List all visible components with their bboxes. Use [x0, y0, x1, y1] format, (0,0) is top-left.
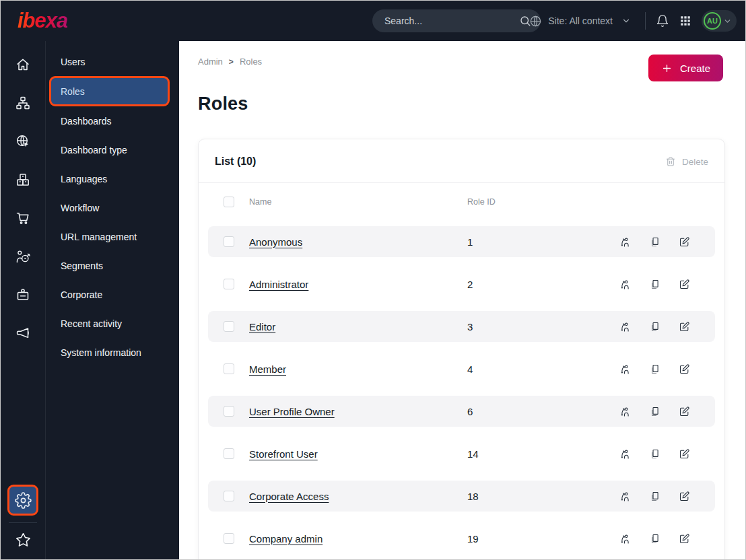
copy-icon[interactable] — [649, 363, 660, 375]
copy-icon[interactable] — [649, 448, 660, 460]
assign-users-icon[interactable] — [619, 406, 631, 417]
nav-rail-item-product-catalog[interactable] — [8, 168, 38, 190]
role-name-link[interactable]: Company admin — [249, 533, 323, 545]
edit-icon[interactable] — [679, 533, 690, 545]
sidebar-item-segments[interactable]: Segments — [46, 251, 179, 280]
role-name-link[interactable]: User Profile Owner — [249, 406, 335, 417]
breadcrumb-separator: > — [229, 57, 234, 67]
chevron-down-icon — [621, 16, 631, 26]
row-checkbox[interactable] — [224, 363, 234, 374]
chevron-down-icon — [723, 17, 732, 26]
row-checkbox[interactable] — [224, 448, 234, 459]
admin-sidebar-menu: UsersRolesDashboardsDashboard typeLangua… — [46, 41, 179, 559]
role-id-cell: 18 — [467, 491, 619, 502]
notifications-bell-icon[interactable] — [656, 14, 669, 28]
assign-users-icon[interactable] — [619, 363, 631, 375]
edit-icon[interactable] — [679, 491, 690, 502]
delete-button[interactable]: Delete — [665, 156, 708, 167]
assign-users-icon[interactable] — [619, 321, 631, 332]
avatar: AU — [704, 12, 721, 30]
row-checkbox[interactable] — [224, 279, 234, 289]
row-checkbox[interactable] — [224, 533, 234, 544]
edit-icon[interactable] — [679, 279, 690, 290]
assign-users-icon[interactable] — [619, 279, 631, 290]
global-search[interactable] — [372, 9, 541, 32]
search-input[interactable] — [384, 15, 519, 26]
rail-divider — [9, 522, 37, 523]
copy-icon[interactable] — [649, 491, 660, 502]
assign-users-icon[interactable] — [619, 533, 631, 545]
assign-users-icon[interactable] — [619, 448, 631, 460]
nav-rail-bottom — [7, 485, 38, 559]
copy-icon[interactable] — [649, 236, 660, 248]
role-name-link[interactable]: Storefront User — [249, 448, 318, 460]
role-id-cell: 1 — [467, 236, 619, 248]
nav-rail-item-personalization[interactable] — [8, 245, 38, 267]
sidebar-item-users[interactable]: Users — [46, 47, 179, 76]
create-button[interactable]: Create — [648, 55, 723, 81]
row-actions — [619, 406, 690, 417]
sidebar-item-workflow[interactable]: Workflow — [46, 193, 179, 222]
list-title: List (10) — [215, 155, 256, 168]
role-name-link[interactable]: Editor — [249, 321, 275, 332]
edit-icon[interactable] — [679, 236, 690, 248]
copy-icon[interactable] — [649, 406, 660, 417]
nav-rail-item-commerce[interactable] — [8, 207, 38, 229]
site-context-selector[interactable]: Site: All context — [529, 15, 631, 28]
user-menu[interactable]: AU — [702, 10, 737, 32]
nav-rail-item-site[interactable] — [8, 130, 38, 152]
sidebar-item-system-information[interactable]: System information — [46, 338, 179, 367]
shopping-cart-icon — [15, 210, 31, 226]
nav-rail-item-content-tree[interactable] — [8, 92, 38, 114]
star-icon — [15, 532, 32, 549]
row-checkbox-cell — [224, 321, 234, 332]
copy-icon[interactable] — [649, 533, 660, 545]
nav-rail-item-home[interactable] — [8, 53, 38, 75]
sidebar-item-url-management[interactable]: URL management — [46, 222, 179, 251]
assign-users-icon[interactable] — [619, 236, 631, 248]
sidebar-item-roles[interactable]: Roles — [49, 76, 170, 106]
role-id-cell: 3 — [467, 321, 619, 332]
row-checkbox-cell — [224, 279, 234, 289]
copy-icon[interactable] — [649, 279, 660, 290]
sidebar-item-languages[interactable]: Languages — [46, 164, 179, 193]
select-all-checkbox[interactable] — [224, 197, 234, 207]
edit-icon[interactable] — [679, 448, 690, 460]
sidebar-item-dashboard-type[interactable]: Dashboard type — [46, 135, 179, 164]
breadcrumb: Admin > Roles — [198, 57, 262, 67]
row-checkbox[interactable] — [224, 491, 234, 501]
nav-rail-item-bookmarks[interactable] — [15, 529, 32, 553]
nav-rail-item-marketing[interactable] — [8, 322, 38, 344]
assign-users-icon[interactable] — [619, 491, 631, 502]
edit-icon[interactable] — [679, 321, 690, 332]
role-name-cell: Administrator — [249, 279, 467, 290]
breadcrumb-item-admin[interactable]: Admin — [198, 57, 223, 67]
row-checkbox[interactable] — [224, 321, 234, 332]
role-name-link[interactable]: Corporate Access — [249, 491, 329, 502]
app-grid-icon[interactable] — [679, 15, 691, 27]
row-actions — [619, 321, 690, 332]
main-content: Admin > Roles Create Roles List (10) — [179, 41, 745, 559]
table-row: Editor 3 — [208, 311, 715, 342]
sidebar-item-corporate[interactable]: Corporate — [46, 280, 179, 309]
site-globe-cursor-icon — [15, 133, 31, 149]
sidebar-item-dashboards[interactable]: Dashboards — [46, 106, 179, 135]
nav-rail-item-corporate[interactable] — [8, 283, 38, 306]
home-icon — [15, 57, 31, 73]
role-name-link[interactable]: Anonymous — [249, 236, 302, 248]
nav-rail-item-admin-settings[interactable] — [7, 485, 38, 516]
edit-icon[interactable] — [679, 363, 690, 375]
role-name-link[interactable]: Member — [249, 363, 286, 375]
copy-icon[interactable] — [649, 321, 660, 332]
row-checkbox-cell — [224, 236, 234, 247]
role-name-link[interactable]: Administrator — [249, 279, 308, 290]
sidebar-item-recent-activity[interactable]: Recent activity — [46, 309, 179, 338]
nav-rail — [1, 41, 46, 559]
role-name-cell: Member — [249, 363, 467, 375]
role-id-cell: 2 — [467, 279, 619, 290]
edit-icon[interactable] — [679, 406, 690, 417]
table-row: Member 4 — [208, 353, 715, 384]
row-checkbox[interactable] — [224, 406, 234, 417]
row-checkbox[interactable] — [224, 236, 234, 247]
globe-icon — [529, 15, 542, 28]
